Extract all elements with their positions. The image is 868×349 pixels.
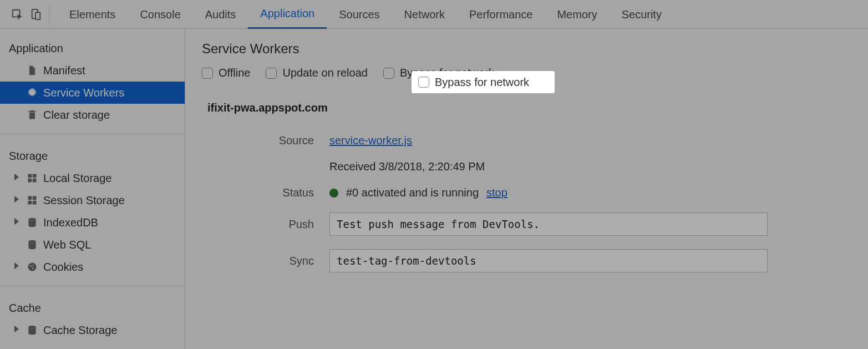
sidebar-item-label: Cache Storage bbox=[43, 324, 117, 337]
bypass-for-network-checkbox-input[interactable] bbox=[383, 68, 394, 79]
grid-icon bbox=[27, 195, 38, 206]
chevron-right-icon[interactable] bbox=[14, 218, 19, 225]
sidebar-item-web-sql[interactable]: Web SQL bbox=[0, 234, 185, 256]
stop-link[interactable]: stop bbox=[486, 186, 507, 199]
sync-label: Sync bbox=[207, 255, 329, 267]
sidebar-item-cache-storage[interactable]: Cache Storage bbox=[0, 319, 185, 341]
inspect-element-icon[interactable] bbox=[8, 5, 27, 24]
svg-rect-10 bbox=[28, 201, 32, 205]
update-on-reload-checkbox[interactable]: Update on reload bbox=[266, 67, 367, 79]
checkbox-label: Offline bbox=[219, 67, 250, 79]
sidebar-item-local-storage[interactable]: Local Storage bbox=[0, 167, 185, 189]
sidebar-item-label: Manifest bbox=[43, 64, 85, 77]
svg-point-14 bbox=[28, 263, 37, 271]
divider bbox=[0, 286, 185, 286]
sidebar-section-cache: Cache bbox=[0, 294, 185, 319]
sidebar-item-label: Clear storage bbox=[43, 109, 110, 122]
status-label: Status bbox=[207, 186, 329, 199]
chevron-right-icon[interactable] bbox=[14, 262, 19, 269]
svg-rect-7 bbox=[33, 179, 37, 183]
sidebar-item-label: Web SQL bbox=[43, 239, 91, 251]
sidebar-item-indexeddb[interactable]: IndexedDB bbox=[0, 211, 185, 234]
application-sidebar: Application Manifest Service Workers Cle… bbox=[0, 29, 185, 349]
svg-point-18 bbox=[28, 326, 35, 328]
sidebar-item-service-workers[interactable]: Service Workers bbox=[0, 82, 185, 104]
sidebar-item-label: IndexedDB bbox=[43, 216, 98, 229]
source-link[interactable]: service-worker.js bbox=[329, 134, 412, 147]
sidebar-item-label: Cookies bbox=[43, 261, 83, 274]
offline-checkbox[interactable]: Offline bbox=[202, 67, 250, 79]
svg-rect-4 bbox=[28, 174, 32, 178]
push-input[interactable] bbox=[329, 213, 768, 236]
checkbox-label: Update on reload bbox=[282, 67, 367, 79]
sidebar-section-application: Application bbox=[0, 34, 185, 59]
sidebar-item-manifest[interactable]: Manifest bbox=[0, 59, 185, 82]
grid-icon bbox=[27, 173, 38, 184]
file-icon bbox=[27, 65, 38, 76]
chevron-right-icon[interactable] bbox=[14, 174, 19, 180]
svg-rect-6 bbox=[28, 179, 32, 183]
devtools-tabbar: Elements Console Audits Application Sour… bbox=[0, 0, 868, 29]
chevron-right-icon[interactable] bbox=[14, 196, 19, 203]
tab-console[interactable]: Console bbox=[128, 0, 192, 29]
svg-point-12 bbox=[28, 218, 35, 221]
database-icon bbox=[27, 239, 38, 250]
sidebar-item-session-storage[interactable]: Session Storage bbox=[0, 189, 185, 211]
svg-point-16 bbox=[33, 265, 34, 266]
service-worker-origin: ifixit-pwa.appspot.com bbox=[207, 102, 851, 114]
sidebar-item-cookies[interactable]: Cookies bbox=[0, 256, 185, 278]
sidebar-section-storage: Storage bbox=[0, 142, 185, 167]
tab-memory[interactable]: Memory bbox=[545, 0, 609, 29]
update-on-reload-checkbox-input[interactable] bbox=[266, 68, 277, 79]
divider bbox=[0, 134, 185, 134]
bypass-for-network-highlight[interactable]: Bypass for network bbox=[412, 71, 555, 93]
checkbox-label: Bypass for network bbox=[435, 76, 529, 89]
database-icon bbox=[27, 325, 38, 336]
status-running-icon bbox=[329, 189, 338, 198]
cookie-icon bbox=[27, 261, 38, 272]
device-toolbar-icon[interactable] bbox=[27, 5, 45, 24]
status-text: #0 activated and is running bbox=[346, 186, 479, 199]
received-text: Received 3/8/2018, 2:20:49 PM bbox=[329, 160, 868, 173]
tab-application[interactable]: Application bbox=[248, 0, 327, 29]
bypass-for-network-checkbox-input[interactable] bbox=[418, 77, 429, 88]
svg-point-15 bbox=[30, 265, 31, 266]
sidebar-item-label: Local Storage bbox=[43, 172, 111, 185]
tab-performance[interactable]: Performance bbox=[457, 0, 545, 29]
tab-audits[interactable]: Audits bbox=[193, 0, 248, 29]
trash-icon bbox=[27, 109, 38, 120]
tab-sources[interactable]: Sources bbox=[327, 0, 392, 29]
database-icon bbox=[27, 217, 38, 228]
sync-input[interactable] bbox=[329, 249, 768, 272]
push-label: Push bbox=[207, 218, 329, 231]
gear-icon bbox=[27, 87, 38, 98]
svg-rect-11 bbox=[33, 201, 37, 205]
svg-point-17 bbox=[32, 267, 33, 269]
svg-rect-9 bbox=[33, 196, 37, 200]
sidebar-item-label: Service Workers bbox=[43, 87, 124, 99]
source-label: Source bbox=[207, 134, 329, 147]
divider bbox=[49, 6, 49, 23]
tab-security[interactable]: Security bbox=[610, 0, 674, 29]
svg-point-13 bbox=[28, 240, 35, 243]
offline-checkbox-input[interactable] bbox=[202, 68, 213, 79]
svg-rect-5 bbox=[33, 174, 37, 178]
chevron-right-icon[interactable] bbox=[14, 326, 19, 332]
tab-elements[interactable]: Elements bbox=[57, 0, 128, 29]
panel-title: Service Workers bbox=[202, 41, 851, 57]
sidebar-item-label: Session Storage bbox=[43, 194, 125, 207]
tab-network[interactable]: Network bbox=[392, 0, 457, 29]
sidebar-item-clear-storage[interactable]: Clear storage bbox=[0, 104, 185, 126]
svg-rect-8 bbox=[28, 196, 32, 200]
svg-rect-2 bbox=[35, 12, 40, 19]
